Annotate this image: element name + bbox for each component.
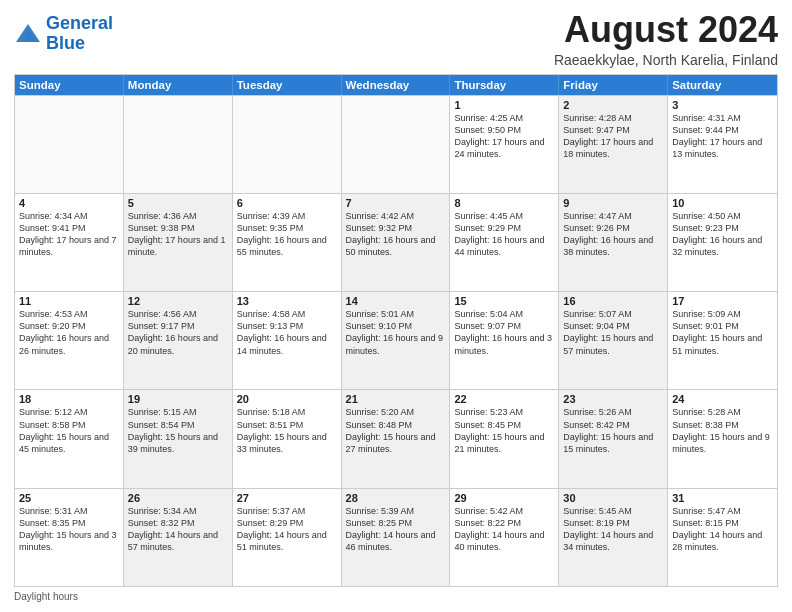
day-number: 23	[563, 393, 663, 405]
day-info: Sunrise: 4:34 AM Sunset: 9:41 PM Dayligh…	[19, 210, 119, 259]
cal-cell-day-30: 30Sunrise: 5:45 AM Sunset: 8:19 PM Dayli…	[559, 489, 668, 586]
cal-cell-day-28: 28Sunrise: 5:39 AM Sunset: 8:25 PM Dayli…	[342, 489, 451, 586]
day-info: Sunrise: 5:47 AM Sunset: 8:15 PM Dayligh…	[672, 505, 773, 554]
day-info: Sunrise: 5:26 AM Sunset: 8:42 PM Dayligh…	[563, 406, 663, 455]
day-info: Sunrise: 5:45 AM Sunset: 8:19 PM Dayligh…	[563, 505, 663, 554]
cal-cell-day-16: 16Sunrise: 5:07 AM Sunset: 9:04 PM Dayli…	[559, 292, 668, 389]
cal-cell-day-31: 31Sunrise: 5:47 AM Sunset: 8:15 PM Dayli…	[668, 489, 777, 586]
day-number: 24	[672, 393, 773, 405]
cal-cell-day-7: 7Sunrise: 4:42 AM Sunset: 9:32 PM Daylig…	[342, 194, 451, 291]
day-number: 18	[19, 393, 119, 405]
cal-cell-day-8: 8Sunrise: 4:45 AM Sunset: 9:29 PM Daylig…	[450, 194, 559, 291]
subtitle: Raeaekkylae, North Karelia, Finland	[554, 52, 778, 68]
cal-cell-day-1: 1Sunrise: 4:25 AM Sunset: 9:50 PM Daylig…	[450, 96, 559, 193]
day-number: 5	[128, 197, 228, 209]
day-number: 3	[672, 99, 773, 111]
day-info: Sunrise: 5:07 AM Sunset: 9:04 PM Dayligh…	[563, 308, 663, 357]
cal-cell-empty	[233, 96, 342, 193]
day-info: Sunrise: 4:39 AM Sunset: 9:35 PM Dayligh…	[237, 210, 337, 259]
day-number: 11	[19, 295, 119, 307]
day-number: 31	[672, 492, 773, 504]
day-info: Sunrise: 5:39 AM Sunset: 8:25 PM Dayligh…	[346, 505, 446, 554]
cal-cell-day-11: 11Sunrise: 4:53 AM Sunset: 9:20 PM Dayli…	[15, 292, 124, 389]
day-info: Sunrise: 4:31 AM Sunset: 9:44 PM Dayligh…	[672, 112, 773, 161]
day-info: Sunrise: 4:56 AM Sunset: 9:17 PM Dayligh…	[128, 308, 228, 357]
day-number: 22	[454, 393, 554, 405]
cal-cell-day-25: 25Sunrise: 5:31 AM Sunset: 8:35 PM Dayli…	[15, 489, 124, 586]
cal-cell-day-3: 3Sunrise: 4:31 AM Sunset: 9:44 PM Daylig…	[668, 96, 777, 193]
day-number: 19	[128, 393, 228, 405]
day-number: 10	[672, 197, 773, 209]
cal-cell-day-6: 6Sunrise: 4:39 AM Sunset: 9:35 PM Daylig…	[233, 194, 342, 291]
day-number: 8	[454, 197, 554, 209]
day-info: Sunrise: 4:42 AM Sunset: 9:32 PM Dayligh…	[346, 210, 446, 259]
calendar: SundayMondayTuesdayWednesdayThursdayFrid…	[14, 74, 778, 587]
cal-cell-day-2: 2Sunrise: 4:28 AM Sunset: 9:47 PM Daylig…	[559, 96, 668, 193]
day-number: 26	[128, 492, 228, 504]
day-number: 15	[454, 295, 554, 307]
day-number: 4	[19, 197, 119, 209]
cal-cell-day-21: 21Sunrise: 5:20 AM Sunset: 8:48 PM Dayli…	[342, 390, 451, 487]
day-number: 13	[237, 295, 337, 307]
cal-row-0: 1Sunrise: 4:25 AM Sunset: 9:50 PM Daylig…	[15, 95, 777, 193]
cal-cell-day-29: 29Sunrise: 5:42 AM Sunset: 8:22 PM Dayli…	[450, 489, 559, 586]
cal-cell-day-12: 12Sunrise: 4:56 AM Sunset: 9:17 PM Dayli…	[124, 292, 233, 389]
cal-cell-day-9: 9Sunrise: 4:47 AM Sunset: 9:26 PM Daylig…	[559, 194, 668, 291]
calendar-body: 1Sunrise: 4:25 AM Sunset: 9:50 PM Daylig…	[15, 95, 777, 586]
day-info: Sunrise: 5:12 AM Sunset: 8:58 PM Dayligh…	[19, 406, 119, 455]
cal-row-3: 18Sunrise: 5:12 AM Sunset: 8:58 PM Dayli…	[15, 389, 777, 487]
cal-cell-day-5: 5Sunrise: 4:36 AM Sunset: 9:38 PM Daylig…	[124, 194, 233, 291]
cal-header-cell-monday: Monday	[124, 75, 233, 95]
cal-cell-day-20: 20Sunrise: 5:18 AM Sunset: 8:51 PM Dayli…	[233, 390, 342, 487]
day-number: 1	[454, 99, 554, 111]
day-info: Sunrise: 4:50 AM Sunset: 9:23 PM Dayligh…	[672, 210, 773, 259]
cal-header-cell-wednesday: Wednesday	[342, 75, 451, 95]
cal-cell-empty	[15, 96, 124, 193]
cal-cell-day-13: 13Sunrise: 4:58 AM Sunset: 9:13 PM Dayli…	[233, 292, 342, 389]
day-info: Sunrise: 4:45 AM Sunset: 9:29 PM Dayligh…	[454, 210, 554, 259]
day-info: Sunrise: 4:36 AM Sunset: 9:38 PM Dayligh…	[128, 210, 228, 259]
day-number: 9	[563, 197, 663, 209]
day-info: Sunrise: 5:18 AM Sunset: 8:51 PM Dayligh…	[237, 406, 337, 455]
cal-cell-day-18: 18Sunrise: 5:12 AM Sunset: 8:58 PM Dayli…	[15, 390, 124, 487]
day-number: 12	[128, 295, 228, 307]
day-number: 29	[454, 492, 554, 504]
day-number: 16	[563, 295, 663, 307]
cal-cell-day-19: 19Sunrise: 5:15 AM Sunset: 8:54 PM Dayli…	[124, 390, 233, 487]
day-info: Sunrise: 4:58 AM Sunset: 9:13 PM Dayligh…	[237, 308, 337, 357]
calendar-header: SundayMondayTuesdayWednesdayThursdayFrid…	[15, 75, 777, 95]
cal-row-4: 25Sunrise: 5:31 AM Sunset: 8:35 PM Dayli…	[15, 488, 777, 586]
day-info: Sunrise: 5:34 AM Sunset: 8:32 PM Dayligh…	[128, 505, 228, 554]
day-number: 25	[19, 492, 119, 504]
cal-cell-day-4: 4Sunrise: 4:34 AM Sunset: 9:41 PM Daylig…	[15, 194, 124, 291]
day-info: Sunrise: 5:20 AM Sunset: 8:48 PM Dayligh…	[346, 406, 446, 455]
day-info: Sunrise: 5:04 AM Sunset: 9:07 PM Dayligh…	[454, 308, 554, 357]
day-number: 7	[346, 197, 446, 209]
day-info: Sunrise: 5:09 AM Sunset: 9:01 PM Dayligh…	[672, 308, 773, 357]
cal-cell-day-15: 15Sunrise: 5:04 AM Sunset: 9:07 PM Dayli…	[450, 292, 559, 389]
day-number: 6	[237, 197, 337, 209]
main-title: August 2024	[554, 10, 778, 50]
page: General Blue August 2024 Raeaekkylae, No…	[0, 0, 792, 612]
cal-cell-day-17: 17Sunrise: 5:09 AM Sunset: 9:01 PM Dayli…	[668, 292, 777, 389]
cal-cell-empty	[124, 96, 233, 193]
day-info: Sunrise: 5:31 AM Sunset: 8:35 PM Dayligh…	[19, 505, 119, 554]
cal-cell-day-27: 27Sunrise: 5:37 AM Sunset: 8:29 PM Dayli…	[233, 489, 342, 586]
day-info: Sunrise: 5:37 AM Sunset: 8:29 PM Dayligh…	[237, 505, 337, 554]
logo-line2: Blue	[46, 33, 85, 53]
title-area: August 2024 Raeaekkylae, North Karelia, …	[554, 10, 778, 68]
day-number: 28	[346, 492, 446, 504]
cal-header-cell-sunday: Sunday	[15, 75, 124, 95]
day-info: Sunrise: 5:23 AM Sunset: 8:45 PM Dayligh…	[454, 406, 554, 455]
logo: General Blue	[14, 14, 113, 54]
cal-row-1: 4Sunrise: 4:34 AM Sunset: 9:41 PM Daylig…	[15, 193, 777, 291]
cal-header-cell-tuesday: Tuesday	[233, 75, 342, 95]
cal-cell-day-24: 24Sunrise: 5:28 AM Sunset: 8:38 PM Dayli…	[668, 390, 777, 487]
day-info: Sunrise: 4:53 AM Sunset: 9:20 PM Dayligh…	[19, 308, 119, 357]
cal-cell-day-14: 14Sunrise: 5:01 AM Sunset: 9:10 PM Dayli…	[342, 292, 451, 389]
cal-cell-day-23: 23Sunrise: 5:26 AM Sunset: 8:42 PM Dayli…	[559, 390, 668, 487]
cal-cell-empty	[342, 96, 451, 193]
cal-row-2: 11Sunrise: 4:53 AM Sunset: 9:20 PM Dayli…	[15, 291, 777, 389]
day-info: Sunrise: 5:42 AM Sunset: 8:22 PM Dayligh…	[454, 505, 554, 554]
logo-line1: General	[46, 13, 113, 33]
